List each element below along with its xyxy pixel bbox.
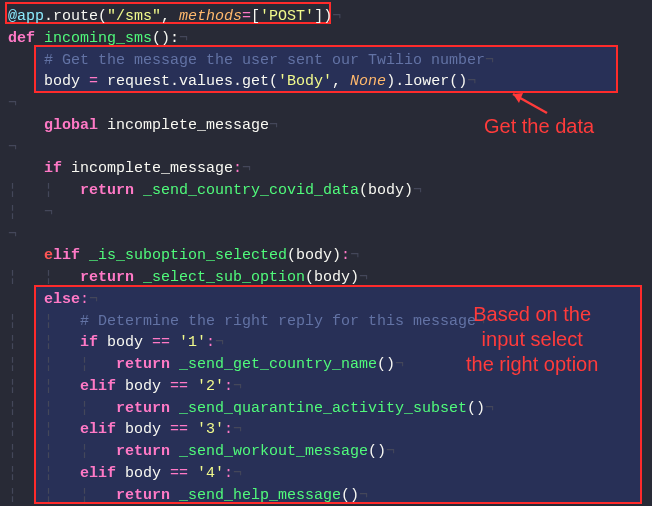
line-15-comment: ¦ ¦ # Determine the right reply for this… <box>8 313 485 330</box>
line-9-return: ¦ ¦ return _send_country_covid_data(body… <box>8 182 422 199</box>
line-8-if: if incomplete_message:¬ <box>8 160 251 177</box>
code-block: @app.route("/sms", methods=['POST'])¬ de… <box>8 6 652 506</box>
line-13-return: ¦ ¦ return _select_sub_option(body)¬ <box>8 269 368 286</box>
line-16-if: ¦ ¦ if body == '1':¬ <box>8 334 224 351</box>
line-3-comment: # Get the message the user sent our Twil… <box>8 52 494 69</box>
line-21-return: ¦ ¦ ¦ return _send_workout_message()¬ <box>8 443 395 460</box>
line-2-def: def incoming_sms():¬ <box>8 30 188 47</box>
line-5-blank: ¬ <box>8 95 17 112</box>
line-12-elif: elif _is_suboption_selected(body):¬ <box>8 247 359 264</box>
line-23-return: ¦ ¦ ¦ return _send_help_message()¬ <box>8 487 368 504</box>
line-22-elif: ¦ ¦ elif body == '4':¬ <box>8 465 242 482</box>
line-19-return: ¦ ¦ ¦ return _send_quarantine_activity_s… <box>8 400 494 417</box>
line-17-return: ¦ ¦ ¦ return _send_get_country_name()¬ <box>8 356 404 373</box>
line-18-elif: ¦ ¦ elif body == '2':¬ <box>8 378 242 395</box>
line-10-blank: ¦ ¬ <box>8 204 53 221</box>
line-7-blank: ¬ <box>8 139 17 156</box>
line-11-blank: ¬ <box>8 226 17 243</box>
line-4-body-assign: body = request.values.get('Body', None).… <box>8 73 476 90</box>
line-20-elif: ¦ ¦ elif body == '3':¬ <box>8 421 242 438</box>
line-14-else: else:¬ <box>8 291 98 308</box>
line-1-decorator: @app.route("/sms", methods=['POST'])¬ <box>8 8 341 25</box>
line-6-global: global incomplete_message¬ <box>8 117 278 134</box>
